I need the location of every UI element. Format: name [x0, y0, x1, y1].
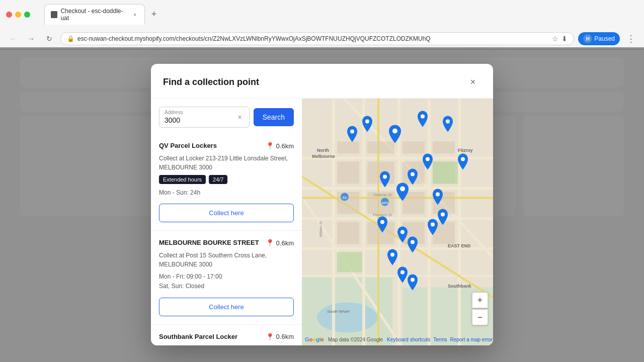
paused-badge[interactable]: H Paused [578, 32, 620, 45]
svg-point-54 [411, 172, 415, 176]
svg-point-57 [436, 193, 440, 197]
svg-text:EAST END: EAST END [448, 243, 471, 248]
location-name: QV Parcel Lockers [159, 142, 262, 149]
map-controls: + − [472, 292, 488, 325]
svg-rect-10 [362, 99, 365, 345]
profile-avatar: H [583, 34, 592, 43]
svg-rect-20 [367, 142, 394, 154]
new-tab-button[interactable]: + [147, 8, 161, 22]
pin-icon: 📍 [266, 239, 274, 247]
svg-text:Melbourne: Melbourne [312, 154, 335, 159]
forward-button[interactable]: → [24, 32, 38, 46]
download-icon[interactable]: ⬇ [561, 35, 568, 43]
svg-point-64 [400, 270, 405, 275]
location-header: MELBOURNE BOURKE STREET 📍 0.6km [159, 239, 294, 247]
svg-rect-16 [302, 197, 493, 199]
svg-point-60 [380, 220, 384, 224]
location-item: QV Parcel Lockers 📍 0.6km Collect at Loc… [151, 134, 302, 231]
location-name: Southbank Parcel Locker [159, 333, 262, 340]
search-row: Address × Search [151, 99, 302, 134]
svg-rect-35 [433, 162, 458, 184]
location-name: MELBOURNE BOURKE STREET [159, 239, 262, 246]
svg-point-65 [411, 278, 415, 282]
distance-value: 0.6km [276, 239, 294, 247]
address-bar[interactable]: 🔒 esc-nuwan-checkout.myshopify.com/check… [60, 32, 574, 45]
address-label: Address [165, 110, 183, 115]
map-footer: Google Map data ©2024 Google Keyboard sh… [305, 336, 493, 342]
back-button[interactable]: ← [6, 32, 20, 46]
svg-point-59 [431, 223, 435, 227]
terms-link[interactable]: Terms [433, 337, 447, 342]
svg-point-58 [441, 213, 445, 217]
svg-text:Victoria St: Victoria St [373, 193, 392, 197]
svg-rect-21 [403, 142, 425, 154]
collection-point-modal: Find a collection point × Address × Sear… [151, 64, 493, 345]
location-hours: Mon - Fri: 09:00 - 17:00Sat, Sun: Closed [159, 272, 294, 291]
zoom-in-button[interactable]: + [472, 292, 488, 308]
svg-point-55 [383, 175, 387, 179]
modal-header: Find a collection point × [151, 64, 493, 99]
google-logo: Google [305, 336, 324, 342]
url-display: esc-nuwan-checkout.myshopify.com/checkou… [77, 35, 549, 42]
close-window-button[interactable] [6, 12, 12, 18]
tab-close-button[interactable]: × [132, 11, 138, 18]
collect-here-button-2[interactable]: Collect here [159, 298, 294, 316]
browser-tab[interactable]: Checkout - esc-doddle-uat × [44, 4, 145, 25]
minimize-window-button[interactable] [15, 12, 21, 18]
modal-close-button[interactable]: × [465, 74, 481, 90]
svg-point-48 [365, 120, 369, 124]
extended-hours-badge: Extended hours [159, 175, 206, 184]
svg-point-49 [421, 115, 425, 119]
svg-point-47 [392, 129, 397, 134]
svg-rect-9 [332, 99, 335, 345]
search-button[interactable]: Search [254, 108, 294, 126]
location-item: MELBOURNE BOURKE STREET 📍 0.6km Collect … [151, 231, 302, 324]
clear-address-button[interactable]: × [235, 112, 245, 122]
247-badge: 24/7 [209, 175, 227, 184]
lock-icon: 🔒 [67, 35, 74, 42]
reload-button[interactable]: ↻ [42, 32, 56, 46]
modal-title: Find a collection point [163, 77, 259, 87]
location-distance: 📍 0.6km [266, 239, 294, 247]
svg-point-61 [400, 230, 405, 234]
svg-text:William St: William St [319, 221, 323, 237]
svg-text:Flinders St: Flinders St [373, 213, 392, 217]
svg-rect-19 [337, 142, 359, 154]
keyboard-shortcuts-link[interactable]: Keyboard shortcuts [387, 337, 430, 342]
modal-overlay: Find a collection point × Address × Sear… [0, 47, 644, 362]
svg-rect-31 [337, 222, 359, 244]
locations-list: QV Parcel Lockers 📍 0.6km Collect at Loc… [151, 134, 302, 345]
traffic-lights [6, 12, 30, 18]
location-distance: 📍 0.6km [266, 142, 294, 150]
modal-body: Address × Search QV Parcel Lockers 📍 [151, 99, 493, 345]
svg-rect-36 [337, 252, 362, 273]
location-badges: Extended hours 24/7 [159, 175, 294, 184]
pin-icon: 📍 [266, 142, 274, 150]
svg-text:North: North [317, 148, 329, 153]
address-input-wrapper: Address × [159, 107, 250, 128]
svg-point-53 [426, 157, 430, 161]
svg-point-56 [400, 187, 405, 192]
location-distance: 📍 0.6km [266, 333, 294, 341]
report-map-error-link[interactable]: Report a map error [450, 337, 492, 342]
location-hours: Mon - Sun: 24h [159, 188, 294, 198]
map-panel[interactable]: Victoria St Flinders St William St North… [302, 99, 493, 345]
browser-menu-button[interactable]: ⋮ [624, 32, 638, 46]
map-attribution: Map data ©2024 Google [328, 337, 383, 342]
tab-title: Checkout - esc-doddle-uat [60, 8, 128, 22]
svg-text:Fitzroy: Fitzroy [458, 148, 473, 153]
map-canvas[interactable]: Victoria St Flinders St William St North… [302, 99, 493, 345]
map-links: Keyboard shortcuts Terms Report a map er… [387, 337, 493, 342]
location-header: Southbank Parcel Locker 📍 0.6km [159, 333, 294, 341]
collect-here-button-1[interactable]: Collect here [159, 204, 294, 222]
svg-text:A60: A60 [381, 201, 389, 205]
svg-rect-22 [433, 142, 455, 154]
maximize-window-button[interactable] [24, 12, 30, 18]
zoom-out-button[interactable]: − [472, 309, 488, 325]
location-address: Collect at Post 15 Southern Cross Lane, … [159, 251, 294, 269]
location-address: Collect at Locker 3 Southgate [159, 345, 294, 345]
svg-text:South Wharf: South Wharf [327, 309, 350, 314]
bookmark-icon[interactable]: ☆ [552, 35, 558, 43]
svg-point-51 [350, 130, 354, 134]
pin-icon: 📍 [266, 333, 274, 341]
